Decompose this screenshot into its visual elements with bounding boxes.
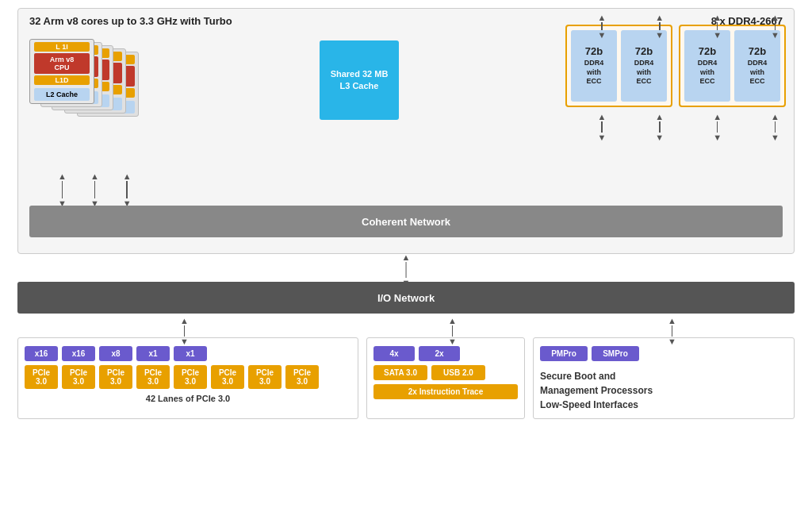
sata-top-row: 4x 2x [373, 346, 518, 361]
pcie-x16-1: x16 [25, 346, 58, 361]
pcie-30-1: PCIe3.0 [25, 365, 58, 389]
sata-2x: 2x [419, 346, 460, 361]
ddr-bot-arrow-2: ▲▼ [655, 112, 664, 142]
pcie-panel: x16 x16 x8 x1 x1 PCIe3.0 PCIe3.0 PCIe3.0… [17, 337, 358, 419]
smpro-box: SMPro [592, 346, 639, 361]
pcie-top-row: x16 x16 x8 x1 x1 [25, 346, 351, 361]
cpu-arrow-2: ▲▼ [90, 171, 99, 208]
pcie-x1-2: x1 [174, 346, 207, 361]
top-section: 32 Arm v8 cores up to 3.3 GHz with Turbo… [17, 8, 795, 254]
pcie-30-2: PCIe3.0 [62, 365, 95, 389]
sata-mid-row: SATA 3.0 USB 2.0 [373, 365, 518, 380]
secure-description: Secure Boot and Management Processors Lo… [540, 369, 787, 412]
pcie-30-6: PCIe3.0 [211, 365, 244, 389]
sata-trace-row: 2x Instruction Trace [373, 384, 518, 399]
cpu-arrows: ▲▼ ▲▼ ▲▼ [58, 171, 132, 208]
usb-20-box: USB 2.0 [431, 365, 485, 380]
io-network-bar: I/O Network [17, 282, 795, 314]
secure-top-row: PMPro SMPro [540, 346, 787, 361]
pcie-x8: x8 [99, 346, 132, 361]
ddr-bot-arrow-1: ▲▼ [597, 112, 606, 142]
architecture-diagram: 32 Arm v8 cores up to 3.3 GHz with Turbo… [17, 8, 795, 500]
pcie-30-3: PCIe3.0 [99, 365, 132, 389]
ddr-arrows-bottom: ▲▼ ▲▼ ▲▼ ▲▼ [597, 112, 779, 142]
sata-panel: 4x 2x SATA 3.0 USB 2.0 2x Instruction Tr… [366, 337, 525, 419]
bottom-panels: x16 x16 x8 x1 x1 PCIe3.0 PCIe3.0 PCIe3.0… [17, 337, 795, 419]
sata-30-box: SATA 3.0 [373, 365, 427, 380]
ddr-top-arrow-4: ▲▼ [771, 13, 779, 40]
instruction-trace-box: 2x Instruction Trace [373, 384, 518, 399]
cpu-card-1: L 1I Arm v8CPU L1D L2 Cache [29, 39, 94, 104]
ddr-module-4: 72b DDR4 with ECC [734, 30, 780, 102]
pcie-30-8: PCIe3.0 [285, 365, 319, 389]
sata-4x: 4x [373, 346, 415, 361]
pcie-x1-1: x1 [136, 346, 170, 361]
pcie-30-7: PCIe3.0 [248, 365, 282, 389]
ddr-arrows-top: ▲▼ ▲▼ ▲▼ ▲▼ [597, 13, 779, 40]
l3-cache: Shared 32 MB L3 Cache [320, 40, 399, 120]
cpu-arrow-3: ▲▼ [123, 171, 132, 208]
cpu-arrow-1: ▲▼ [58, 171, 67, 208]
pcie-30-5: PCIe3.0 [174, 365, 207, 389]
pmpro-box: PMPro [540, 346, 588, 361]
ddr-top-arrow-3: ▲▼ [713, 13, 722, 40]
ddr-top-arrow-1: ▲▼ [597, 13, 606, 40]
cpu-label: 32 Arm v8 cores up to 3.3 GHz with Turbo [29, 15, 232, 27]
secure-panel: PMPro SMPro Secure Boot and Management P… [533, 337, 795, 419]
ddr-module-2: 72b DDR4 with ECC [621, 30, 667, 102]
pcie-label: 42 Lanes of PCIe 3.0 [25, 394, 351, 403]
ddr-top-arrow-2: ▲▼ [655, 13, 664, 40]
ddr-bot-arrow-3: ▲▼ [713, 112, 722, 142]
pcie-x16-2: x16 [62, 346, 95, 361]
cpu-stack-group: L 1I Arm v8CPU L1D L2 Cache L 1I Arm v8C… [29, 39, 291, 174]
coherent-network-bar: Coherent Network [29, 206, 783, 237]
pcie-30-4: PCIe3.0 [136, 365, 170, 389]
ddr-bot-arrow-4: ▲▼ [771, 112, 779, 142]
ddr-module-1: 72b DDR4 with ECC [571, 30, 617, 102]
ddr-module-3: 72b DDR4 with ECC [684, 30, 730, 102]
pcie-bottom-row: PCIe3.0 PCIe3.0 PCIe3.0 PCIe3.0 PCIe3.0 … [25, 365, 351, 389]
